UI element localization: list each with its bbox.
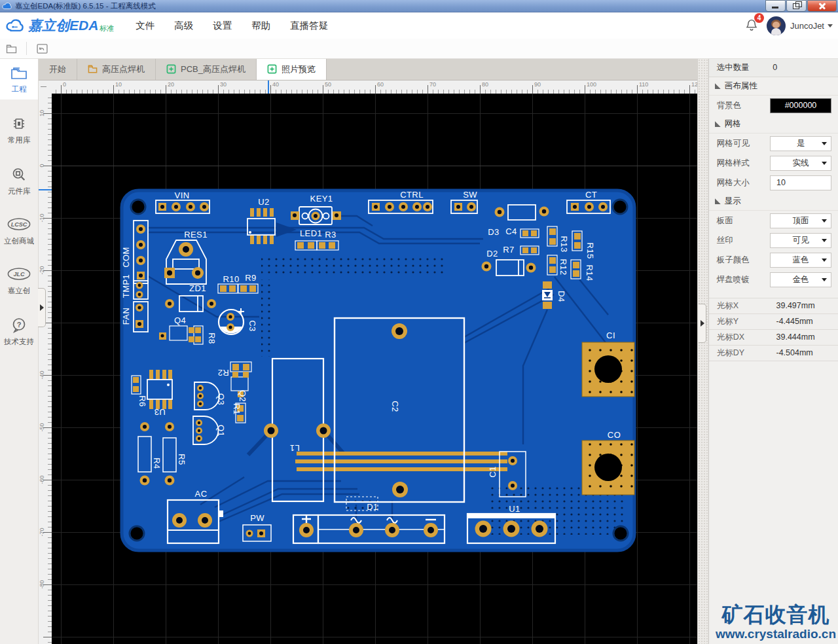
sidebar-item-parts-lib[interactable]: 元件库 [0, 160, 38, 202]
ref-label-R3: R3 [325, 230, 336, 240]
ref-label-R7: R7 [503, 245, 514, 255]
app-icon [2, 1, 12, 10]
hruler-tick-label: 90 [534, 81, 541, 88]
panel-splitter[interactable] [697, 59, 708, 644]
ref-label-C3: C3 [247, 320, 257, 331]
bg-color-label: 背景色 [717, 100, 742, 111]
ref-label-R2: R2 [217, 368, 228, 378]
grid-size-input[interactable]: 10 [770, 175, 831, 190]
tab-label: 照片预览 [282, 63, 316, 75]
menu-item-1[interactable]: 高级 [164, 12, 203, 39]
ref-label-PW: PW [250, 513, 264, 523]
pcb-doc-icon [166, 64, 176, 74]
hruler-tick-label: 110 [639, 81, 648, 88]
bg-color-swatch[interactable]: #000000 [770, 98, 831, 113]
grid-style-label: 网格样式 [717, 158, 750, 169]
tab-2[interactable]: PCB_高压点焊机 [156, 59, 257, 80]
sidebar-item-common-lib[interactable]: 常用库 [0, 109, 38, 151]
cloud-logo-icon [5, 18, 27, 33]
chevron-down-icon [822, 142, 827, 145]
menu-bar: 嘉立创EDA 标准 文件高级设置帮助直播答疑 4 JuncoJet [0, 12, 838, 39]
cursor-dy-row: 光标DY-4.504mm [709, 346, 838, 361]
cursor-y-label: 光标Y [709, 314, 776, 329]
ref-label-R4: R4 [152, 457, 162, 469]
grid-style-select[interactable]: 实线 [770, 156, 831, 171]
chevron-down-icon [822, 239, 827, 242]
restore-button[interactable] [786, 0, 807, 12]
close-button[interactable] [807, 0, 837, 12]
cursor-y-value: -4.445mm [776, 314, 813, 329]
notification-bell-icon[interactable]: 4 [744, 18, 760, 33]
board-color-select[interactable]: 蓝色 [770, 253, 831, 268]
tab-3[interactable]: 照片预览 [257, 59, 327, 80]
board-side-select[interactable]: 顶面 [770, 213, 831, 228]
toolbar-divider [26, 42, 27, 55]
ref-label-U2: U2 [258, 197, 269, 207]
ref-label-ZD1: ZD1 [189, 283, 206, 293]
logo-text: 嘉立创EDA [28, 16, 98, 35]
menu-item-0[interactable]: 文件 [126, 12, 164, 39]
quick-toolbar [0, 39, 838, 59]
vruler-tick-label: 10 [39, 101, 45, 125]
ref-label-COM: COM [121, 247, 131, 268]
ref-label-R5: R5 [177, 454, 187, 465]
ruler-corner [39, 80, 52, 94]
tab-0[interactable]: 开始 [39, 59, 77, 80]
pcb-doc-icon [267, 64, 277, 74]
sidebar-item-jlc[interactable]: JLC嘉立创 [0, 260, 38, 301]
hruler-tick-label: 20 [168, 81, 174, 88]
hruler-tick-label: 70 [429, 81, 436, 88]
hruler-tick-label: 10 [115, 81, 122, 88]
sidebar-collapse-handle[interactable] [38, 288, 46, 327]
ref-label-D4: D4 [556, 291, 566, 302]
avatar[interactable] [767, 16, 786, 35]
common-lib-icon [10, 115, 27, 134]
sidebar-item-label: 元件库 [0, 187, 38, 196]
collapse-triangle-icon [715, 83, 721, 89]
menu-item-4[interactable]: 直播答疑 [280, 12, 338, 39]
ref-label-AC: AC [195, 489, 208, 499]
rightpanel-collapse-handle[interactable] [699, 304, 706, 343]
section-header-0[interactable]: 画布属性 [709, 77, 838, 96]
pad-plating-select[interactable]: 金色 [770, 272, 831, 287]
sidebar-item-lcsc-mall[interactable]: LCSC立创商城 [0, 211, 38, 251]
menu-item-3[interactable]: 帮助 [242, 12, 280, 39]
ref-label-C2: C2 [390, 401, 400, 412]
hruler-tick-label: 100 [587, 81, 596, 88]
ref-label-R12: R12 [558, 259, 568, 275]
save-project-button[interactable] [0, 40, 22, 57]
pcb-terminal-co [582, 440, 634, 495]
cursor-y-row: 光标Y-4.445mm [709, 314, 838, 330]
grid-visible-label: 网格可见 [717, 138, 750, 149]
lcsc-mall-icon: LCSC [7, 217, 31, 236]
user-menu[interactable]: JuncoJet [790, 21, 824, 31]
properties-panel: 选中数量 0 画布属性背景色#000000网格网格可见是网格样式实线网格大小10… [708, 59, 838, 644]
ref-label-U1: U1 [509, 504, 520, 514]
grid-visible-select[interactable]: 是 [770, 136, 831, 151]
section-header-2[interactable]: 显示 [709, 192, 838, 211]
support-icon: ? [10, 317, 27, 335]
chevron-down-icon [822, 162, 827, 165]
document-tabbar: 开始高压点焊机PCB_高压点焊机照片预览 [39, 59, 697, 80]
collapse-triangle-icon [715, 121, 721, 127]
ref-label-FAN: FAN [121, 308, 131, 325]
hruler-tick-label: 80 [482, 81, 488, 88]
cursor-marker-y [39, 189, 52, 190]
ref-label-Q1: Q1 [216, 425, 226, 437]
ref-label-Q3: Q3 [216, 393, 226, 405]
sidebar-item-support[interactable]: ?技术支持 [0, 310, 38, 352]
tab-1[interactable]: 高压点焊机 [77, 59, 156, 80]
photo-preview-button[interactable] [31, 40, 53, 57]
pcb-board-render[interactable]: VINU2KEY1CTRLSWCTCOMRES1LED1R3D3C4R7D2R1… [52, 94, 697, 644]
sidebar-item-label: 嘉立创 [0, 287, 38, 295]
section-header-1[interactable]: 网格 [709, 115, 838, 134]
menu-item-2[interactable]: 设置 [203, 12, 242, 39]
chevron-down-icon [822, 219, 827, 223]
minimize-button[interactable] [765, 0, 786, 12]
collapse-triangle-icon [715, 198, 721, 204]
ref-label-R10: R10 [223, 274, 239, 284]
silkscreen-select[interactable]: 可见 [770, 233, 831, 248]
ref-label-R9: R9 [245, 273, 256, 283]
chevron-down-icon [828, 24, 833, 27]
sidebar-item-project[interactable]: 工程 [0, 59, 38, 99]
